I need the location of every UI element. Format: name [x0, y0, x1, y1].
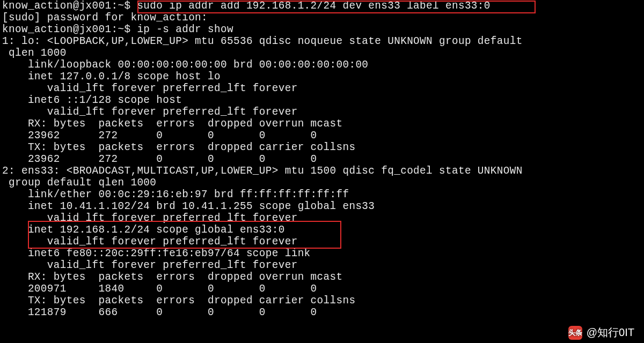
terminal-line: 2: ens33: <BROADCAST,MULTICAST,UP,LOWER_… — [2, 165, 642, 177]
watermark: 头条 @知行0IT — [568, 325, 634, 340]
terminal-line: 23962 272 0 0 0 0 — [2, 153, 642, 165]
terminal-line: 200971 1840 0 0 0 0 — [2, 283, 642, 295]
watermark-text: @知行0IT — [587, 325, 634, 340]
terminal-line: inet 127.0.0.1/8 scope host lo — [2, 71, 642, 83]
terminal-line: valid_lft forever preferred_lft forever — [2, 236, 642, 248]
terminal-line: know_action@jx001:~$ sudo ip addr add 19… — [2, 0, 642, 12]
terminal-line: TX: bytes packets errors dropped carrier… — [2, 141, 642, 153]
terminal-line: 1: lo: <LOOPBACK,UP,LOWER_UP> mtu 65536 … — [2, 35, 642, 47]
terminal-line: RX: bytes packets errors dropped overrun… — [2, 118, 642, 130]
terminal-line: inet 192.168.1.2/24 scope global ens33:0 — [2, 224, 642, 236]
terminal-line: group default qlen 1000 — [2, 177, 642, 189]
terminal-line: link/ether 00:0c:29:16:eb:97 brd ff:ff:f… — [2, 189, 642, 200]
terminal-line: RX: bytes packets errors dropped overrun… — [2, 271, 642, 283]
terminal-line: qlen 1000 — [2, 47, 642, 59]
terminal-line: know_action@jx001:~$ ip -s addr show — [2, 24, 642, 35]
terminal-line: [sudo] password for know_action: — [2, 12, 642, 24]
terminal-line: inet6 fe80::20c:29ff:fe16:eb97/64 scope … — [2, 248, 642, 259]
terminal-line: valid_lft forever preferred_lft forever — [2, 212, 642, 224]
terminal-line: valid_lft forever preferred_lft forever — [2, 259, 642, 271]
terminal-line: 23962 272 0 0 0 0 — [2, 130, 642, 141]
terminal-line: inet 10.41.1.102/24 brd 10.41.1.255 scop… — [2, 200, 642, 212]
terminal-line: link/loopback 00:00:00:00:00:00 brd 00:0… — [2, 59, 642, 71]
terminal-line: 121879 666 0 0 0 0 — [2, 307, 642, 318]
terminal-line: valid_lft forever preferred_lft forever — [2, 106, 642, 118]
watermark-icon: 头条 — [568, 326, 582, 340]
terminal-output[interactable]: know_action@jx001:~$ sudo ip addr add 19… — [0, 0, 644, 318]
terminal-line: inet6 ::1/128 scope host — [2, 94, 642, 106]
terminal-line: TX: bytes packets errors dropped carrier… — [2, 295, 642, 307]
terminal-line: valid_lft forever preferred_lft forever — [2, 83, 642, 94]
